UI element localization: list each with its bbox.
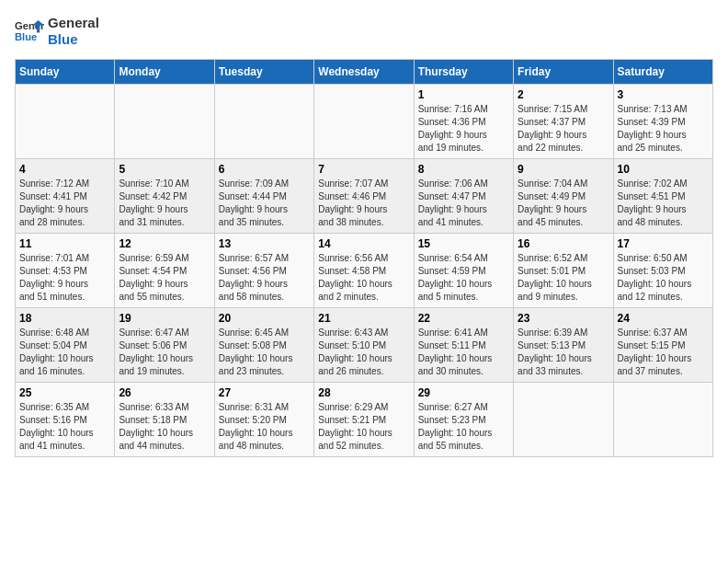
day-number: 19 xyxy=(119,312,210,325)
day-info: Sunrise: 6:35 AM Sunset: 5:16 PM Dayligh… xyxy=(19,401,110,453)
day-info: Sunrise: 6:54 AM Sunset: 4:59 PM Dayligh… xyxy=(418,252,509,304)
day-number: 9 xyxy=(518,163,609,176)
day-number: 25 xyxy=(19,386,110,399)
calendar-cell: 15Sunrise: 6:54 AM Sunset: 4:59 PM Dayli… xyxy=(414,234,513,308)
day-number: 2 xyxy=(518,88,609,101)
day-number: 4 xyxy=(19,163,110,176)
day-info: Sunrise: 7:15 AM Sunset: 4:37 PM Dayligh… xyxy=(518,103,609,155)
calendar-cell: 24Sunrise: 6:37 AM Sunset: 5:15 PM Dayli… xyxy=(613,308,712,383)
day-number: 15 xyxy=(418,237,509,250)
day-info: Sunrise: 6:50 AM Sunset: 5:03 PM Dayligh… xyxy=(618,252,709,304)
day-number: 12 xyxy=(119,237,210,250)
day-info: Sunrise: 6:57 AM Sunset: 4:56 PM Dayligh… xyxy=(219,252,310,304)
day-info: Sunrise: 6:47 AM Sunset: 5:06 PM Dayligh… xyxy=(119,327,210,378)
calendar-week-2: 4Sunrise: 7:12 AM Sunset: 4:41 PM Daylig… xyxy=(16,159,713,234)
calendar-cell: 13Sunrise: 6:57 AM Sunset: 4:56 PM Dayli… xyxy=(214,234,313,308)
day-info: Sunrise: 6:43 AM Sunset: 5:10 PM Dayligh… xyxy=(318,327,409,378)
calendar-cell: 6Sunrise: 7:09 AM Sunset: 4:44 PM Daylig… xyxy=(214,159,313,234)
calendar-cell: 23Sunrise: 6:39 AM Sunset: 5:13 PM Dayli… xyxy=(514,308,613,383)
calendar-cell: 8Sunrise: 7:06 AM Sunset: 4:47 PM Daylig… xyxy=(414,159,513,234)
day-number: 29 xyxy=(418,386,509,399)
day-info: Sunrise: 7:07 AM Sunset: 4:46 PM Dayligh… xyxy=(318,178,409,229)
calendar-cell xyxy=(115,85,214,159)
day-number: 11 xyxy=(19,237,110,250)
day-number: 14 xyxy=(318,237,409,250)
day-info: Sunrise: 6:37 AM Sunset: 5:15 PM Dayligh… xyxy=(618,327,709,378)
day-number: 20 xyxy=(219,312,310,325)
day-number: 5 xyxy=(119,163,210,176)
day-number: 7 xyxy=(318,163,409,176)
weekday-header-sunday: Sunday xyxy=(16,60,115,85)
calendar-cell: 20Sunrise: 6:45 AM Sunset: 5:08 PM Dayli… xyxy=(214,308,313,383)
calendar-cell: 19Sunrise: 6:47 AM Sunset: 5:06 PM Dayli… xyxy=(115,308,214,383)
calendar-cell xyxy=(514,383,613,457)
weekday-header-friday: Friday xyxy=(514,60,613,85)
calendar-cell: 5Sunrise: 7:10 AM Sunset: 4:42 PM Daylig… xyxy=(115,159,214,234)
weekday-header-monday: Monday xyxy=(115,60,214,85)
calendar-cell: 25Sunrise: 6:35 AM Sunset: 5:16 PM Dayli… xyxy=(16,383,115,457)
calendar-cell xyxy=(613,383,712,457)
weekday-header-saturday: Saturday xyxy=(613,60,712,85)
day-info: Sunrise: 6:56 AM Sunset: 4:58 PM Dayligh… xyxy=(318,252,409,304)
day-number: 27 xyxy=(219,386,310,399)
day-info: Sunrise: 6:48 AM Sunset: 5:04 PM Dayligh… xyxy=(19,327,110,378)
day-number: 13 xyxy=(219,237,310,250)
calendar-cell: 29Sunrise: 6:27 AM Sunset: 5:23 PM Dayli… xyxy=(414,383,513,457)
day-info: Sunrise: 6:33 AM Sunset: 5:18 PM Dayligh… xyxy=(119,401,210,453)
day-info: Sunrise: 7:01 AM Sunset: 4:53 PM Dayligh… xyxy=(19,252,110,304)
calendar-cell: 2Sunrise: 7:15 AM Sunset: 4:37 PM Daylig… xyxy=(514,85,613,159)
day-info: Sunrise: 6:45 AM Sunset: 5:08 PM Dayligh… xyxy=(219,327,310,378)
calendar-cell: 18Sunrise: 6:48 AM Sunset: 5:04 PM Dayli… xyxy=(16,308,115,383)
calendar-cell: 26Sunrise: 6:33 AM Sunset: 5:18 PM Dayli… xyxy=(115,383,214,457)
day-number: 1 xyxy=(418,88,509,101)
day-info: Sunrise: 6:27 AM Sunset: 5:23 PM Dayligh… xyxy=(418,401,509,453)
calendar-cell xyxy=(314,85,414,159)
calendar-table: SundayMondayTuesdayWednesdayThursdayFrid… xyxy=(15,59,713,457)
day-number: 24 xyxy=(618,312,709,325)
calendar-cell: 17Sunrise: 6:50 AM Sunset: 5:03 PM Dayli… xyxy=(613,234,712,308)
weekday-header-thursday: Thursday xyxy=(414,60,513,85)
day-number: 16 xyxy=(518,237,609,250)
calendar-cell: 1Sunrise: 7:16 AM Sunset: 4:36 PM Daylig… xyxy=(414,85,513,159)
day-number: 3 xyxy=(618,88,709,101)
calendar-cell: 11Sunrise: 7:01 AM Sunset: 4:53 PM Dayli… xyxy=(16,234,115,308)
calendar-cell: 22Sunrise: 6:41 AM Sunset: 5:11 PM Dayli… xyxy=(414,308,513,383)
day-info: Sunrise: 6:39 AM Sunset: 5:13 PM Dayligh… xyxy=(518,327,609,378)
calendar-cell: 27Sunrise: 6:31 AM Sunset: 5:20 PM Dayli… xyxy=(214,383,313,457)
day-info: Sunrise: 7:02 AM Sunset: 4:51 PM Dayligh… xyxy=(618,178,709,229)
day-info: Sunrise: 7:06 AM Sunset: 4:47 PM Dayligh… xyxy=(418,178,509,229)
calendar-cell xyxy=(214,85,313,159)
calendar-cell xyxy=(16,85,115,159)
day-info: Sunrise: 7:13 AM Sunset: 4:39 PM Dayligh… xyxy=(618,103,709,155)
day-info: Sunrise: 6:41 AM Sunset: 5:11 PM Dayligh… xyxy=(418,327,509,378)
weekday-header-wednesday: Wednesday xyxy=(314,60,414,85)
logo: General Blue General Blue xyxy=(15,15,99,48)
calendar-cell: 7Sunrise: 7:07 AM Sunset: 4:46 PM Daylig… xyxy=(314,159,414,234)
calendar-cell: 3Sunrise: 7:13 AM Sunset: 4:39 PM Daylig… xyxy=(613,85,712,159)
day-info: Sunrise: 7:04 AM Sunset: 4:49 PM Dayligh… xyxy=(518,178,609,229)
day-number: 10 xyxy=(618,163,709,176)
calendar-week-1: 1Sunrise: 7:16 AM Sunset: 4:36 PM Daylig… xyxy=(16,85,713,159)
calendar-cell: 28Sunrise: 6:29 AM Sunset: 5:21 PM Dayli… xyxy=(314,383,414,457)
calendar-week-3: 11Sunrise: 7:01 AM Sunset: 4:53 PM Dayli… xyxy=(16,234,713,308)
calendar-cell: 14Sunrise: 6:56 AM Sunset: 4:58 PM Dayli… xyxy=(314,234,414,308)
day-info: Sunrise: 7:09 AM Sunset: 4:44 PM Dayligh… xyxy=(219,178,310,229)
day-number: 8 xyxy=(418,163,509,176)
calendar-cell: 4Sunrise: 7:12 AM Sunset: 4:41 PM Daylig… xyxy=(16,159,115,234)
calendar-week-5: 25Sunrise: 6:35 AM Sunset: 5:16 PM Dayli… xyxy=(16,383,713,457)
logo-icon: General Blue xyxy=(15,17,44,46)
day-info: Sunrise: 6:52 AM Sunset: 5:01 PM Dayligh… xyxy=(518,252,609,304)
day-info: Sunrise: 7:10 AM Sunset: 4:42 PM Dayligh… xyxy=(119,178,210,229)
day-info: Sunrise: 6:29 AM Sunset: 5:21 PM Dayligh… xyxy=(318,401,409,453)
day-number: 26 xyxy=(119,386,210,399)
day-number: 28 xyxy=(318,386,409,399)
weekday-header-tuesday: Tuesday xyxy=(214,60,313,85)
day-number: 6 xyxy=(219,163,310,176)
day-info: Sunrise: 6:31 AM Sunset: 5:20 PM Dayligh… xyxy=(219,401,310,453)
calendar-cell: 9Sunrise: 7:04 AM Sunset: 4:49 PM Daylig… xyxy=(514,159,613,234)
calendar-cell: 10Sunrise: 7:02 AM Sunset: 4:51 PM Dayli… xyxy=(613,159,712,234)
calendar-week-4: 18Sunrise: 6:48 AM Sunset: 5:04 PM Dayli… xyxy=(16,308,713,383)
calendar-cell: 12Sunrise: 6:59 AM Sunset: 4:54 PM Dayli… xyxy=(115,234,214,308)
calendar-cell: 21Sunrise: 6:43 AM Sunset: 5:10 PM Dayli… xyxy=(314,308,414,383)
day-number: 18 xyxy=(19,312,110,325)
